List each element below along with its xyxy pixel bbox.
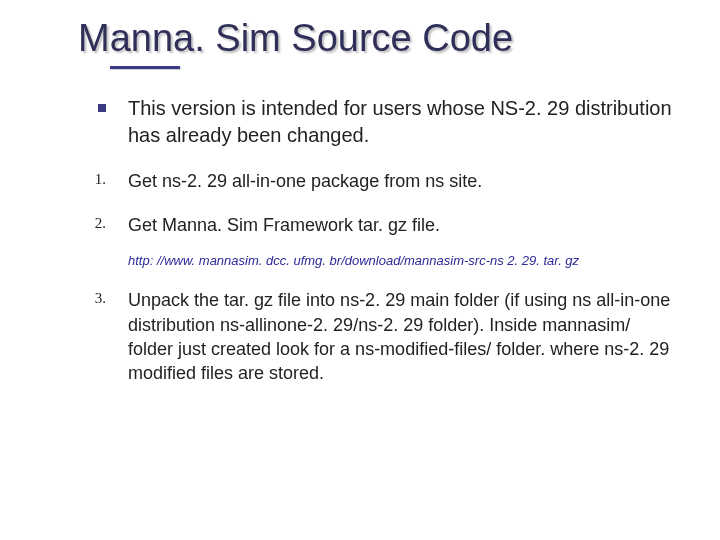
download-link-row: http: //www. mannasim. dcc. ufmg. br/dow… xyxy=(128,251,672,270)
step-marker-3: 3. xyxy=(48,288,128,307)
step-text-3: Unpack the tar. gz file into ns-2. 29 ma… xyxy=(128,288,672,385)
step-marker-1: 1. xyxy=(48,169,128,188)
step-number: 2. xyxy=(95,215,106,232)
bullet-marker xyxy=(48,95,128,112)
step-text-2: Get Manna. Sim Framework tar. gz file. xyxy=(128,213,672,237)
intro-text: This version is intended for users whose… xyxy=(128,95,672,149)
title-underline xyxy=(110,66,180,69)
slide-body: This version is intended for users whose… xyxy=(48,95,672,386)
title-block: Manna. Sim Source Code xyxy=(78,18,672,69)
download-link[interactable]: http: //www. mannasim. dcc. ufmg. br/dow… xyxy=(128,253,579,268)
square-bullet-icon xyxy=(98,104,106,112)
step-row-1: 1. Get ns-2. 29 all-in-one package from … xyxy=(48,169,672,193)
slide-title: Manna. Sim Source Code xyxy=(78,18,672,60)
step-row-2: 2. Get Manna. Sim Framework tar. gz file… xyxy=(48,213,672,237)
slide: Manna. Sim Source Code This version is i… xyxy=(0,0,720,540)
step-number: 1. xyxy=(95,171,106,188)
step-marker-2: 2. xyxy=(48,213,128,232)
intro-row: This version is intended for users whose… xyxy=(48,95,672,149)
step-number: 3. xyxy=(95,290,106,307)
step-text-1: Get ns-2. 29 all-in-one package from ns … xyxy=(128,169,672,193)
step-row-3: 3. Unpack the tar. gz file into ns-2. 29… xyxy=(48,288,672,385)
